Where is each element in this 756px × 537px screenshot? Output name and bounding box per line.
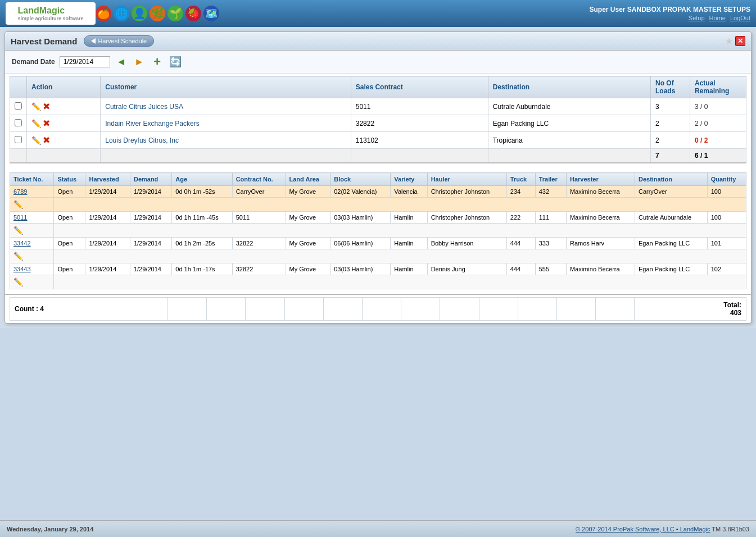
detail-contract-0: CarryOver (232, 186, 286, 198)
detail-land-1: My Grove (286, 212, 331, 224)
icon-3[interactable]: 👤 (132, 6, 147, 21)
window-controls: ★ ✕ (725, 36, 745, 47)
delete-icon-2[interactable]: ✖ (43, 135, 50, 145)
edit-icon-2[interactable]: ✏️ (31, 136, 41, 145)
detail-col-3: Demand (130, 173, 171, 186)
prev-date-button[interactable]: ◄ (115, 55, 128, 69)
detail-edit-icon-2[interactable]: ✏️ (13, 252, 23, 261)
detail-block-1: 03(03 Hamlin) (331, 212, 391, 224)
harvest-schedule-button[interactable]: Harvest Schedule (84, 35, 154, 47)
next-date-button[interactable]: ► (133, 55, 146, 69)
count-label: Count : 4 (10, 298, 168, 321)
logo-name: LandMagic (17, 6, 65, 15)
ticket-link-2[interactable]: 33442 (13, 240, 50, 247)
ticket-link-0[interactable]: 6789 (13, 188, 50, 195)
nav-links: Setup Home LogOut (590, 15, 751, 21)
icon-7[interactable]: 🗺️ (203, 6, 219, 21)
detail-edit-icon-3[interactable]: ✏️ (13, 277, 23, 286)
summary-table: Action Customer Sales Contract Destinati… (10, 76, 746, 163)
icon-2[interactable]: 🌐 (114, 6, 129, 21)
logo-area: LandMagic simple agriculture software 🍊 … (6, 2, 219, 25)
detail-edit-row: ✏️ (10, 249, 746, 263)
icon-4[interactable]: 🌿 (150, 6, 165, 21)
summary-row: ✏️ ✖ Cutrale Citrus Juices USA 5011 Cutr… (10, 98, 746, 115)
row-customer-2: Louis Dreyfus Citrus, Inc (101, 132, 351, 149)
detail-edit-spacer-2 (54, 249, 746, 263)
bottom-copyright: © 2007-2014 ProPak Software, LLC • LandM… (576, 526, 749, 533)
ticket-link-3[interactable]: 33443 (13, 266, 50, 272)
detail-col-14: Quantity (707, 173, 746, 186)
detail-trailer-2: 333 (535, 238, 566, 249)
detail-edit-icon-1[interactable]: ✏️ (13, 226, 23, 235)
detail-edit-icon-cell-2: ✏️ (10, 249, 54, 263)
detail-edit-icon-0[interactable]: ✏️ (13, 200, 23, 209)
detail-status-3: Open (54, 263, 85, 275)
detail-harvested-2: 1/29/2014 (85, 238, 130, 249)
refresh-button[interactable]: 🔄 (169, 55, 182, 69)
detail-trailer-3: 555 (535, 263, 566, 275)
add-button[interactable]: + (151, 55, 164, 69)
detail-edit-spacer-0 (54, 198, 746, 212)
count-spacer-8 (440, 298, 479, 321)
row-checkbox-cell (10, 115, 27, 132)
detail-variety-1: Hamlin (391, 212, 427, 224)
summary-row: ✏️ ✖ Louis Dreyfus Citrus, Inc 113102 Tr… (10, 132, 746, 149)
detail-col-0: Ticket No. (10, 173, 54, 186)
demand-date-label: Demand Date (12, 58, 55, 66)
col-action: Action (27, 76, 101, 98)
count-spacer-5 (323, 298, 362, 321)
icon-5[interactable]: 🌱 (168, 6, 183, 21)
propak-link[interactable]: © 2007-2014 ProPak Software, LLC • LandM… (576, 526, 710, 533)
delete-icon-0[interactable]: ✖ (43, 102, 50, 111)
total-empty-1 (10, 149, 27, 163)
delete-icon-1[interactable]: ✖ (43, 119, 50, 128)
count-spacer-11 (556, 298, 595, 321)
detail-variety-2: Hamlin (391, 238, 427, 249)
row-action-2: ✏️ ✖ (27, 132, 101, 149)
detail-contract-3: 32822 (232, 263, 286, 275)
detail-truck-0: 234 (506, 186, 535, 198)
detail-harvester-2: Ramos Harv (566, 238, 635, 249)
detail-demand-2: 1/29/2014 (130, 238, 171, 249)
detail-contract-1: 5011 (232, 212, 286, 224)
row-checkbox-1[interactable] (15, 119, 22, 126)
icon-6[interactable]: 🍓 (185, 6, 201, 21)
top-icons: 🍊 🌐 👤 🌿 🌱 🍓 🗺️ (96, 6, 219, 21)
detail-col-11: Trailer (535, 173, 566, 186)
detail-edit-spacer-3 (54, 275, 746, 289)
total-empty-3 (101, 149, 351, 163)
col-actual-remaining: Actual Remaining (690, 76, 746, 98)
row-loads-2: 2 (651, 132, 690, 149)
detail-col-2: Harvested (85, 173, 130, 186)
detail-edit-row: ✏️ (10, 198, 746, 212)
detail-row: 5011 Open 1/29/2014 1/29/2014 0d 1h 11m … (10, 212, 746, 224)
ticket-link-1[interactable]: 5011 (13, 214, 50, 221)
edit-icon-1[interactable]: ✏️ (31, 119, 41, 128)
detail-harvested-3: 1/29/2014 (85, 263, 130, 275)
row-checkbox-2[interactable] (15, 136, 22, 143)
count-spacer-12 (596, 298, 635, 321)
detail-variety-3: Hamlin (391, 263, 427, 275)
detail-age-1: 0d 1h 11m -45s (172, 212, 232, 224)
count-spacer-6 (362, 298, 401, 321)
detail-ticket-2: 33442 (10, 238, 54, 249)
detail-quantity-3: 102 (707, 263, 746, 275)
demand-date-input[interactable] (60, 56, 110, 67)
close-button[interactable]: ✕ (735, 36, 745, 46)
detail-harvested-1: 1/29/2014 (85, 212, 130, 224)
row-contract-2: 113102 (351, 132, 488, 149)
icon-1[interactable]: 🍊 (96, 6, 111, 21)
logout-link[interactable]: LogOut (730, 15, 750, 21)
detail-table: Ticket No.StatusHarvestedDemandAgeContra… (10, 172, 746, 289)
row-checkbox-0[interactable] (15, 102, 22, 110)
edit-icon-0[interactable]: ✏️ (31, 102, 41, 111)
favorite-star-icon[interactable]: ★ (725, 36, 733, 47)
detail-contract-2: 32822 (232, 238, 286, 249)
detail-edit-spacer-1 (54, 224, 746, 238)
count-bar: Count : 4 Total: 403 (5, 294, 751, 323)
setup-link[interactable]: Setup (689, 15, 705, 21)
count-spacer-1 (168, 298, 206, 321)
home-link[interactable]: Home (709, 15, 726, 21)
row-checkbox-cell (10, 132, 27, 149)
detail-destination-2: Egan Packing LLC (635, 238, 707, 249)
